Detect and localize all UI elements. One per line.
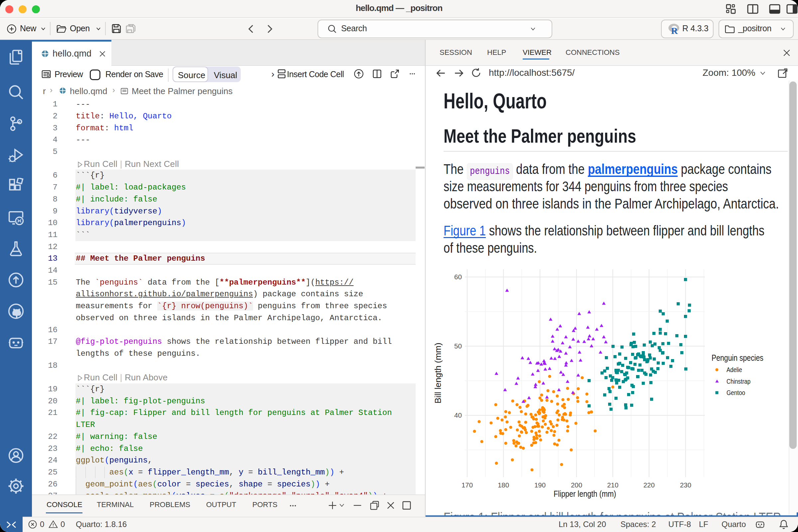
svg-text:60: 60 — [454, 273, 462, 281]
svg-text:Penguin species: Penguin species — [711, 353, 763, 363]
svg-text:Bill length (mm): Bill length (mm) — [433, 343, 442, 404]
svg-text:170: 170 — [461, 481, 473, 489]
svg-text:200: 200 — [571, 481, 582, 489]
svg-text:Flipper length (mm): Flipper length (mm) — [554, 489, 616, 498]
svg-text:190: 190 — [534, 481, 546, 489]
svg-text:50: 50 — [454, 342, 462, 350]
svg-text:180: 180 — [498, 481, 509, 489]
svg-text:210: 210 — [607, 481, 619, 489]
svg-text:Adelie: Adelie — [726, 366, 742, 374]
svg-text:Chinstrap: Chinstrap — [726, 378, 750, 385]
svg-text:Gentoo: Gentoo — [726, 389, 745, 396]
svg-text:40: 40 — [454, 412, 462, 419]
svg-text:230: 230 — [680, 481, 691, 489]
svg-text:220: 220 — [643, 481, 655, 489]
